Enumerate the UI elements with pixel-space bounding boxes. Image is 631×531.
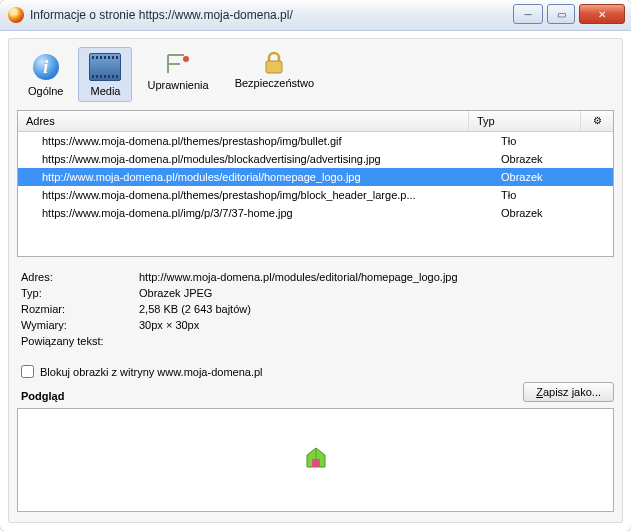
tab-security-label: Bezpieczeństwo <box>235 77 315 89</box>
value-size: 2,58 KB (2 643 bajtów) <box>139 303 614 315</box>
close-button[interactable]: ✕ <box>579 4 625 24</box>
value-assoc-text <box>139 335 614 347</box>
value-address: http://www.moja-domena.pl/modules/editor… <box>139 271 614 283</box>
table-row[interactable]: https://www.moja-domena.pl/img/p/3/7/37-… <box>18 204 613 222</box>
label-dimensions: Wymiary: <box>17 319 139 331</box>
label-assoc-text: Powiązany tekst: <box>17 335 139 347</box>
permissions-icon <box>164 51 192 77</box>
block-images-checkbox[interactable] <box>21 365 34 378</box>
window-title: Informacje o stronie https://www.moja-do… <box>30 8 293 22</box>
table-row[interactable]: https://www.moja-domena.pl/themes/presta… <box>18 132 613 150</box>
lock-icon <box>262 51 286 75</box>
table-row[interactable]: http://www.moja-domena.pl/modules/editor… <box>18 168 613 186</box>
details-panel: Adres:http://www.moja-domena.pl/modules/… <box>17 269 614 349</box>
media-icon <box>89 51 121 83</box>
tab-general[interactable]: i Ogólne <box>17 47 74 102</box>
tab-media-label: Media <box>91 85 121 97</box>
block-images-label: Blokuj obrazki z witryny www.moja-domena… <box>40 366 263 378</box>
svg-point-0 <box>183 56 189 62</box>
tab-permissions[interactable]: Uprawnienia <box>136 47 219 102</box>
preview-box <box>17 408 614 512</box>
label-type: Typ: <box>17 287 139 299</box>
col-type[interactable]: Typ <box>469 111 581 131</box>
toolbar: i Ogólne Media Uprawnienia Bezpieczeństw… <box>17 45 614 108</box>
col-options[interactable]: ⚙ <box>581 111 613 131</box>
tab-general-label: Ogólne <box>28 85 63 97</box>
cell-address: https://www.moja-domena.pl/themes/presta… <box>18 189 495 201</box>
label-address: Adres: <box>17 271 139 283</box>
cell-type: Obrazek <box>495 153 613 165</box>
col-address[interactable]: Adres <box>18 111 469 131</box>
cell-address: http://www.moja-domena.pl/modules/editor… <box>18 171 495 183</box>
info-icon: i <box>30 51 62 83</box>
firefox-icon <box>8 7 24 23</box>
label-size: Rozmiar: <box>17 303 139 315</box>
value-dimensions: 30px × 30px <box>139 319 614 331</box>
table-header: Adres Typ ⚙ <box>18 111 613 132</box>
cell-type: Tło <box>495 135 613 147</box>
tab-security[interactable]: Bezpieczeństwo <box>224 47 326 102</box>
media-table: Adres Typ ⚙ https://www.moja-domena.pl/t… <box>17 110 614 257</box>
value-type: Obrazek JPEG <box>139 287 614 299</box>
page-info-window: Informacje o stronie https://www.moja-do… <box>0 0 631 531</box>
table-row[interactable]: https://www.moja-domena.pl/modules/block… <box>18 150 613 168</box>
tab-media[interactable]: Media <box>78 47 132 102</box>
cell-type: Tło <box>495 189 613 201</box>
preview-label: Podgląd <box>17 390 64 402</box>
cell-type: Obrazek <box>495 207 613 219</box>
svg-rect-1 <box>266 61 282 73</box>
cell-address: https://www.moja-domena.pl/themes/presta… <box>18 135 495 147</box>
tab-permissions-label: Uprawnienia <box>147 79 208 91</box>
preview-image <box>301 445 331 475</box>
table-row[interactable]: https://www.moja-domena.pl/themes/presta… <box>18 186 613 204</box>
cell-address: https://www.moja-domena.pl/modules/block… <box>18 153 495 165</box>
save-as-button[interactable]: Zapisz jako... <box>523 382 614 402</box>
minimize-button[interactable]: ─ <box>513 4 543 24</box>
cell-type: Obrazek <box>495 171 613 183</box>
cell-address: https://www.moja-domena.pl/img/p/3/7/37-… <box>18 207 495 219</box>
titlebar[interactable]: Informacje o stronie https://www.moja-do… <box>0 0 631 31</box>
block-images-row: Blokuj obrazki z witryny www.moja-domena… <box>17 365 614 378</box>
maximize-button[interactable]: ▭ <box>547 4 575 24</box>
table-body[interactable]: https://www.moja-domena.pl/themes/presta… <box>18 132 613 256</box>
content-area: i Ogólne Media Uprawnienia Bezpieczeństw… <box>8 38 623 523</box>
